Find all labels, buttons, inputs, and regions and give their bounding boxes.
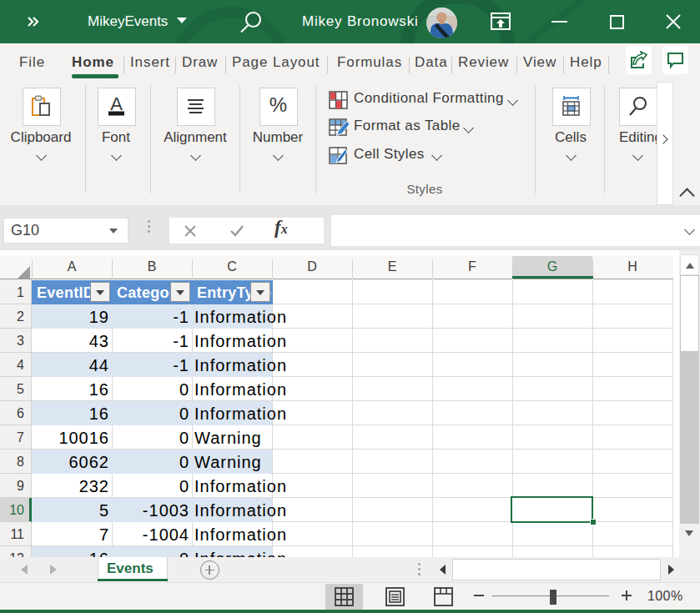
- svg-text:A: A: [110, 95, 123, 114]
- svg-text:%: %: [269, 95, 287, 116]
